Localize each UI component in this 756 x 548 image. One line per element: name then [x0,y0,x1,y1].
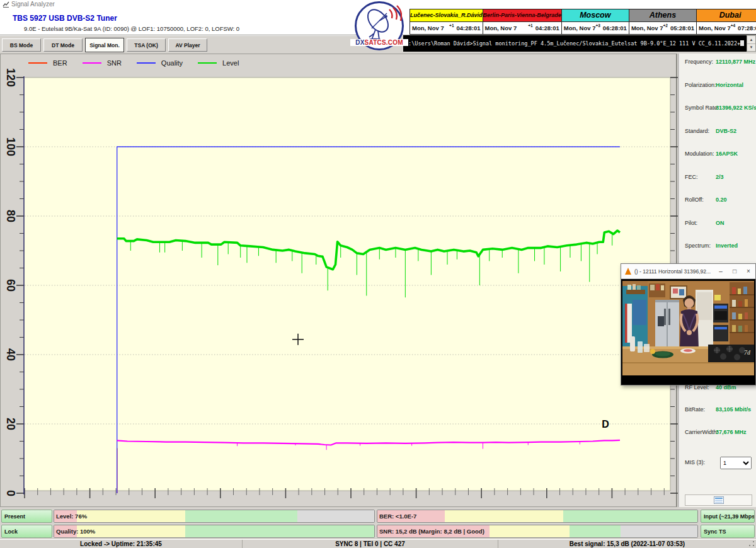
vlc-icon [625,268,631,275]
clock-column-moscow: MoscowMon, Nov 7+306:28:01 [561,9,629,34]
ber-progressbar: BER: <1.0E-7 [377,510,698,523]
tab-dt-mode[interactable]: DT Mode [43,38,83,52]
progress-segment [563,510,697,522]
param-label: Spectrum: [685,243,711,249]
app-icon [3,1,9,8]
progress-segment [570,525,621,537]
clock-date: Mon, Nov 7 [412,25,444,31]
tab-signal-mon[interactable]: Signal Mon. [85,38,124,52]
y-axis-label: 80 [4,210,17,222]
legend-swatch [137,62,156,64]
clock-utc-offset: +1 [449,23,454,28]
clock-hms: 07:28:01 [738,25,756,31]
param-value: ON [716,220,724,226]
video-still: 7d [622,281,754,375]
lock-indicator: Lock [1,525,52,538]
param-label: Modulation: [685,151,714,157]
param-label: Standard: [685,128,709,134]
progressbar-label: SNR: 15,2 dB (Margin: 8,2 dB | Good) [379,525,484,537]
input-indicator: Input (~21,39 Mbps) [701,510,755,523]
device-title: TBS 5927 USB DVB-S2 Tuner [13,14,117,23]
console-window[interactable]: C:\Users\Roman Dávid>Signal monitoring_P… [403,35,747,52]
legend-label: BER [53,59,67,67]
present-indicator: Present [1,510,52,523]
logo-text: DXSATCS.COM [350,39,408,46]
param-value: Inverted [716,243,738,249]
list-icon [714,496,724,504]
y-axis-label: 100 [4,137,17,156]
chart-annotation-d: D [602,419,609,430]
clock-utc-offset: +2 [663,23,668,28]
param-row-fec: FEC:2/3 [680,174,756,183]
tab-bs-mode[interactable]: BS Mode [2,38,41,52]
status-best-signal: Best signal: 15,3 dB (2022-11-07 03:53) [498,540,756,548]
plot-area[interactable]: 020406080100120D [1,54,678,508]
param-row-bitrate: BitRate:83,105 Mbit/s [680,406,756,415]
close-button[interactable]: × [742,268,755,275]
param-label: Frequency: [685,59,713,65]
clock-hms: 04:28:01 [457,25,481,31]
clock-column-berlin-paris-vienna-belgrade: Berlin-Paris-Vienna-BelgradeMon, Nov 7+1… [483,9,561,34]
param-value: 2/3 [716,174,724,180]
clock-name: Dubai [697,9,756,22]
clock-name: Athens [629,9,696,22]
clock-hms: 04:28:01 [536,25,559,31]
param-value: 12110,877 MHz [716,59,755,65]
legend-item-quality: Quality [137,59,183,67]
param-row-rf-level: RF Level:40 dBm [680,384,756,393]
param-row-symbol-rate: Symbol Rate:31396,922 KS/s [680,105,756,113]
video-titlebar[interactable]: () - 12111 Horizontal 31396,92... – □ × [621,264,755,279]
sync-ts-indicator: Sync TS [701,525,755,538]
clock-time: Mon, Nov 7+104:28:01 [483,22,561,34]
clock-hms: 06:28:01 [603,25,627,31]
clock-date: Mon, Nov 7 [631,25,663,31]
clock-time: Mon, Nov 7+205:28:01 [629,22,696,34]
mis-label: MIS (3): [685,459,705,465]
clock-date: Mon, Nov 7 [699,25,731,31]
param-row-polarization: Polarization:Horizontal [680,82,756,91]
progress-segment [185,525,374,537]
clock-utc-offset: +3 [595,23,600,28]
tab-av-player[interactable]: AV Player [168,38,207,52]
progress-segment [621,525,697,537]
legend-item-level: Level [198,59,239,67]
param-value: 83,105 Mbit/s [716,406,751,413]
minimize-button[interactable]: – [714,268,728,275]
clock-time: Mon, Nov 7+306:28:01 [562,22,629,34]
tab-tsa-ok[interactable]: TSA (OK) [127,38,166,52]
video-window: () - 12111 Horizontal 31396,92... – □ × [621,263,756,385]
progress-segment [445,510,563,522]
y-axis-label: 40 [4,348,17,361]
param-value: 31396,922 KS/s [716,105,756,111]
scroll-up-icon[interactable]: ▲ [747,36,755,44]
y-axis-label: 0 [4,490,17,496]
console-scrollbar[interactable]: ▲ ▼ [747,35,756,52]
progressbar-label: Level: 76% [56,510,87,522]
mis-select[interactable]: 1 [720,457,752,469]
y-axis-label: 120 [4,68,17,87]
status-sync-counters: SYNC 8 | TEI 0 | CC 427 [243,540,498,548]
param-label: Symbol Rate: [685,105,719,111]
param-row-pilot: Pilot:ON [680,220,756,229]
panel-list-button[interactable] [685,494,752,506]
clock-column-dubai: DubaiMon, Nov 7+407:28:01 [696,9,756,34]
scroll-down-icon[interactable]: ▼ [747,44,755,52]
clock-hms: 05:28:01 [670,25,694,31]
clock-date: Mon, Nov 7 [485,25,517,31]
param-label: BitRate: [685,406,705,413]
param-label: RollOff: [685,197,704,203]
legend-swatch [198,62,217,64]
progressbar-label: BER: <1.0E-7 [379,510,416,522]
console-text: C:\Users\Roman Dávid>Signal monitoring_P… [405,40,740,47]
status-uptime: Locked -> Uptime: 21:35:45 [0,540,243,548]
chart-legend: BERSNRQualityLevel [28,59,254,67]
resize-grip[interactable] [748,540,755,547]
maximize-button[interactable]: □ [728,268,742,275]
snr-progressbar: SNR: 15,2 dB (Margin: 8,2 dB | Good) [377,525,698,538]
video-content[interactable]: 7d [621,279,755,385]
window-title: Signal Analyzer [11,1,55,8]
param-row-rolloff: RollOff:0.20 [680,197,756,205]
legend-swatch [83,62,101,64]
param-value: 37,676 MHz [716,429,747,435]
video-title: () - 12111 Horizontal 31396,92... [634,268,714,275]
